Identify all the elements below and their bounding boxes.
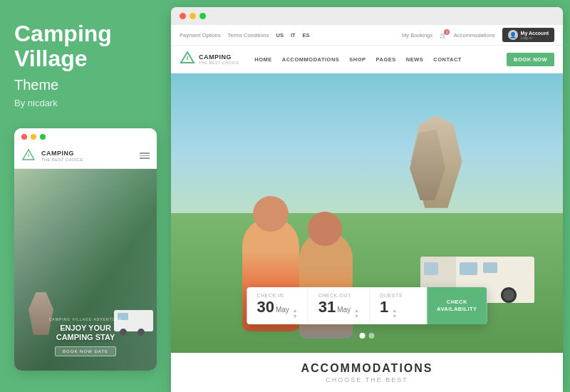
book-now-button[interactable]: BOOK NOW [507, 53, 554, 66]
hero-sky [171, 73, 563, 227]
lang-us[interactable]: US [276, 32, 283, 38]
accommodations-section: ACCOMMODATIONS CHOOSE THE BEST [171, 353, 563, 392]
booking-bar: CHECK-IN 30 May ▲ ▼ CHECK-OUT 31 May ▲ [247, 287, 487, 324]
slide-dot-2[interactable] [369, 333, 375, 339]
browser-mockup: Payment Options Terms Conditions US IT E… [171, 7, 563, 392]
site-logo[interactable]: CAMPING THE BEST CHOICE [180, 50, 239, 68]
site-top-bar: Payment Options Terms Conditions US IT E… [171, 25, 563, 46]
checkin-stepper[interactable]: ▲ ▼ [293, 308, 298, 319]
accommodations-link[interactable]: Accommodations [454, 32, 495, 38]
browser-dot-yellow [190, 13, 196, 19]
mobile-book-btn[interactable]: BOOK NOW DATE [55, 346, 116, 356]
terms-link[interactable]: Terms Conditions [228, 32, 269, 38]
mobile-dot-yellow [31, 134, 36, 140]
mobile-brand-text: CAMPING THE BEST CHOICE [41, 150, 83, 162]
accommodations-title: ACCOMMODATIONS [185, 362, 549, 375]
lang-it[interactable]: IT [291, 32, 296, 38]
mobile-menu-icon[interactable] [140, 153, 150, 159]
mobile-hero-content: CAMPING VILLAGE ADVENTURE ENJOY YOUR CAM… [14, 317, 157, 356]
avatar: 👤 [508, 30, 518, 40]
mobile-dot-red [21, 134, 27, 140]
product-author: By nicdark [14, 98, 157, 108]
top-bar-left: Payment Options Terms Conditions US IT E… [180, 32, 310, 38]
nav-news[interactable]: NEWS [401, 53, 429, 66]
accommodations-sub: CHOOSE THE BEST [185, 376, 549, 383]
mobile-nav: CAMPING THE BEST CHOICE [14, 144, 157, 169]
cart-icon-wrap[interactable]: 🛒 1 [440, 32, 447, 38]
top-bar-right: My Bookings 🛒 1 Accommodations 👤 My Acco… [402, 28, 554, 42]
cart-badge: 1 [444, 29, 450, 35]
nav-pages[interactable]: PAGES [371, 53, 401, 66]
my-bookings-link[interactable]: My Bookings [402, 32, 432, 38]
checkin-down[interactable]: ▼ [293, 314, 298, 319]
checkout-stepper[interactable]: ▲ ▼ [354, 308, 359, 319]
nav-items: HOME ACCOMMODATIONS SHOP PAGES NEWS CONT… [249, 53, 507, 66]
mobile-dot-green [40, 134, 46, 140]
nav-shop[interactable]: SHOP [344, 53, 370, 66]
logo-icon [180, 50, 195, 68]
mobile-mockup: CAMPING THE BEST CHOICE CAMPING VILLAGE … [14, 128, 157, 371]
hero-slide-dots [360, 333, 375, 339]
payment-options-link[interactable]: Payment Options [180, 32, 221, 38]
checkin-up[interactable]: ▲ [293, 308, 298, 313]
slide-dot-1[interactable] [360, 333, 366, 339]
guests-stepper[interactable]: ▲ ▼ [392, 308, 397, 319]
check-availability-button[interactable]: CHECK AVAILABILITY [427, 287, 487, 324]
lang-es[interactable]: ES [303, 32, 310, 38]
rv-window-2 [483, 262, 497, 273]
main-nav: CAMPING THE BEST CHOICE HOME ACCOMMODATI… [171, 46, 563, 73]
browser-dot-red [180, 13, 186, 19]
rv-window-1 [460, 262, 477, 275]
rv-wheel-2 [501, 287, 517, 303]
my-account-button[interactable]: 👤 My Account Log in [502, 28, 554, 42]
hero-area: CHECK-IN 30 May ▲ ▼ CHECK-OUT 31 May ▲ [171, 73, 563, 353]
product-subtitle: Theme [14, 77, 157, 93]
guests-up[interactable]: ▲ [392, 308, 397, 313]
mobile-logo-icon [21, 148, 36, 163]
left-panel: Camping Village Theme By nicdark CAMPING… [0, 0, 171, 392]
nav-home[interactable]: HOME [249, 53, 277, 66]
mobile-hero-image: CAMPING VILLAGE ADVENTURE ENJOY YOUR CAM… [14, 169, 157, 371]
rv-cab-window [424, 262, 438, 275]
checkout-down[interactable]: ▼ [354, 314, 359, 319]
checkout-field: CHECK-OUT 31 May ▲ ▼ [309, 287, 370, 324]
nav-accommodations[interactable]: ACCOMMODATIONS [277, 53, 345, 66]
guests-field: GUESTS 1 ▲ ▼ [370, 287, 427, 324]
nav-contact[interactable]: CONTACT [428, 53, 467, 66]
checkin-field: CHECK-IN 30 May ▲ ▼ [247, 287, 308, 324]
mobile-chrome-bar [14, 128, 157, 144]
guests-down[interactable]: ▼ [392, 314, 397, 319]
checkout-up[interactable]: ▲ [354, 308, 359, 313]
browser-chrome [171, 7, 563, 25]
browser-dot-green [200, 13, 206, 19]
product-title: Camping Village [14, 21, 157, 71]
